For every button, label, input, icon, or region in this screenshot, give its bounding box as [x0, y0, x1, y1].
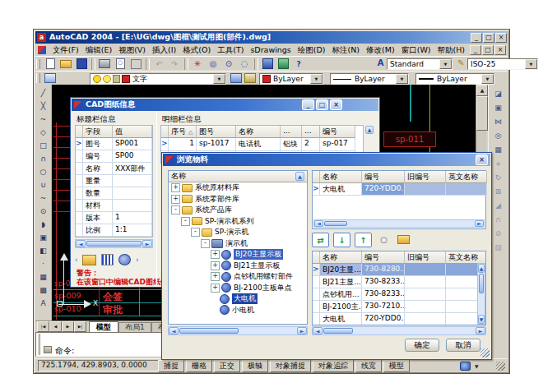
col-header[interactable]: 英文名称 [446, 251, 486, 264]
tree-item[interactable]: +系统原材料库 [169, 182, 307, 194]
tree-collapse-icon[interactable]: - [181, 217, 190, 226]
status-model-button[interactable]: 模型 [383, 360, 410, 372]
chevron-down-icon[interactable]: ▼ [439, 59, 452, 69]
tree-item[interactable]: -系统产品库 [169, 205, 307, 216]
chevron-down-icon[interactable]: ▼ [481, 74, 494, 84]
dim-style-combo[interactable]: ISO-25 ▼ [467, 58, 538, 70]
menu-help[interactable]: 帮助(H) [434, 45, 468, 56]
col-header[interactable]: ... [302, 126, 320, 138]
draw-hatch-icon[interactable]: ▦ [36, 270, 50, 284]
tree-expand-icon[interactable]: + [211, 272, 220, 281]
col-header[interactable]: 值 [113, 126, 152, 138]
tab-model[interactable]: 模型 [89, 321, 118, 332]
menu-sdrawings[interactable]: sDrawings [247, 45, 294, 56]
tree-item[interactable]: +BJ20主显示板 [169, 249, 307, 261]
color-combo[interactable]: ByLayer ▼ [259, 73, 323, 85]
linetype-combo[interactable]: ByLayer ▼ [330, 73, 409, 85]
status-lineweight-button[interactable]: 线宽 [355, 360, 382, 372]
cancel-button[interactable]: 取消 [446, 339, 480, 352]
tree-item[interactable]: -演示机 [169, 238, 307, 250]
tree-expand-icon[interactable]: + [171, 183, 180, 192]
scroll-up-icon[interactable]: ▲ [478, 264, 485, 273]
menu-dimension[interactable]: 标注(N) [329, 45, 364, 56]
table-row[interactable]: > BJ20主显... 730-8280... [313, 264, 485, 276]
new-icon[interactable] [43, 58, 58, 71]
menu-tools[interactable]: 工具(T) [214, 45, 247, 56]
menu-insert[interactable]: 插入(I) [149, 45, 179, 56]
chevron-down-icon[interactable]: ▼ [396, 74, 408, 84]
tree-item[interactable]: +BJ21主显示板 [169, 261, 307, 272]
selected-material-table[interactable]: 名称 编号 旧编号 英文名称 > 大电机 720-YDD0... ◄ ► [312, 170, 486, 229]
tab-last-icon[interactable]: ▶| [74, 321, 86, 332]
scroll-left-icon[interactable]: ◄ [76, 240, 86, 247]
mirror-icon[interactable]: ⋈ [491, 114, 506, 128]
chevron-down-icon[interactable]: ▼ [213, 74, 225, 84]
draw-circle-icon[interactable]: ○ [36, 165, 50, 178]
minimize-button[interactable]: _ [471, 33, 482, 43]
col-header[interactable]: 名称 [320, 251, 362, 264]
draw-revcloud-icon[interactable]: ∪ [36, 178, 50, 191]
open-folder-icon[interactable] [396, 233, 411, 246]
scroll-right-icon[interactable]: ► [476, 327, 485, 334]
table-row[interactable]: 大电机 720-YDD0... [313, 313, 485, 325]
window-resize-grip[interactable] [496, 362, 505, 371]
tab-prev-icon[interactable]: ◀ [49, 321, 62, 332]
rotate-icon[interactable]: ↻ [491, 170, 506, 184]
scroll-left-icon[interactable]: ◄ [313, 327, 323, 334]
table-row[interactable]: BJ-2100主... 730-7210... [313, 301, 485, 313]
scroll-up-icon[interactable]: ▲ [295, 172, 304, 181]
draw-ellipse-icon[interactable]: ⊙ [36, 205, 50, 218]
layer-previous-icon[interactable] [230, 72, 243, 84]
status-osnap-button[interactable]: 对象捕捉 [270, 360, 311, 372]
properties-icon[interactable] [260, 58, 275, 71]
tab-layout1[interactable]: 布局1 [118, 322, 151, 332]
designcenter-icon[interactable] [276, 58, 290, 71]
draw-line-icon[interactable]: ╱ [36, 86, 50, 99]
transfer-icon[interactable]: ⇄ [312, 233, 329, 247]
tree-collapse-icon[interactable]: - [191, 228, 200, 237]
table-row[interactable]: 数量 [76, 187, 152, 200]
scroll-left-icon[interactable]: ◄ [314, 220, 323, 227]
tree-expand-icon[interactable]: + [211, 250, 220, 259]
search-icon[interactable]: ○ [376, 233, 392, 246]
scroll-down-icon[interactable]: ▼ [478, 315, 485, 324]
draw-arc-icon[interactable]: ∩ [36, 152, 50, 165]
toolbar-grip[interactable] [36, 59, 40, 69]
status-grid-button[interactable]: 栅格 [186, 360, 212, 372]
redo-icon[interactable]: ↷ [167, 58, 182, 71]
top-table-hscrollbar[interactable]: ◄ ► [313, 219, 485, 228]
menu-window[interactable]: 窗口(W) [398, 45, 434, 56]
menu-view[interactable]: 视图(V) [115, 45, 149, 56]
col-header[interactable]: 英文名称 [446, 171, 487, 183]
insert-block-icon[interactable]: ▣ [36, 231, 50, 244]
toolbar-grip[interactable] [36, 73, 40, 83]
draw-point-icon[interactable]: · [36, 257, 50, 270]
tree-item[interactable]: -SP-演示机 [169, 227, 307, 238]
zoom-realtime-icon[interactable]: ◎ [206, 58, 220, 71]
zoom-window-icon[interactable]: ⊙ [221, 58, 236, 71]
communication-center-icon[interactable] [460, 362, 471, 371]
tree-item[interactable]: 大电机 [169, 293, 307, 305]
list-hscrollbar[interactable]: ◄ ► [312, 326, 486, 335]
table-row[interactable]: 编号 SP00 [76, 150, 152, 163]
draw-ellipse-arc-icon[interactable]: ◗ [36, 218, 50, 231]
maximize-button[interactable]: □ [483, 33, 494, 43]
table-row[interactable]: > 1 sp-1017 电话机 铝块 2 sp-017 [161, 138, 363, 150]
tree-expand-icon[interactable]: + [171, 195, 180, 204]
draw-polyline-icon[interactable]: ~ [36, 113, 50, 126]
tab-first-icon[interactable]: |◀ [37, 321, 49, 332]
menu-modify[interactable]: 修改(M) [363, 45, 398, 56]
tree-item[interactable]: +系统零部件库 [169, 194, 307, 205]
tree-item[interactable]: +点钞机用螺钉部件 [169, 271, 307, 283]
window-titlebar[interactable]: a AutoCAD 2004 - [E:\UG\dwg\图框\测试用图(部件).… [35, 31, 508, 44]
draw-rectangle-icon[interactable]: □ [36, 139, 50, 152]
scroll-right-icon[interactable]: ► [297, 327, 307, 334]
tree-hscrollbar[interactable]: ◄ ► [168, 326, 308, 335]
close-button[interactable]: × [495, 33, 507, 43]
scroll-right-icon[interactable]: ► [142, 240, 152, 247]
status-menu-arrow-icon[interactable]: ▼ [475, 363, 479, 369]
layer-manager-icon[interactable] [43, 71, 58, 85]
open-folder-icon[interactable] [82, 255, 96, 265]
col-header[interactable]: 图号 [197, 126, 236, 138]
cad-info-titlebar[interactable]: CAD图纸信息 _ □ × [72, 99, 378, 111]
